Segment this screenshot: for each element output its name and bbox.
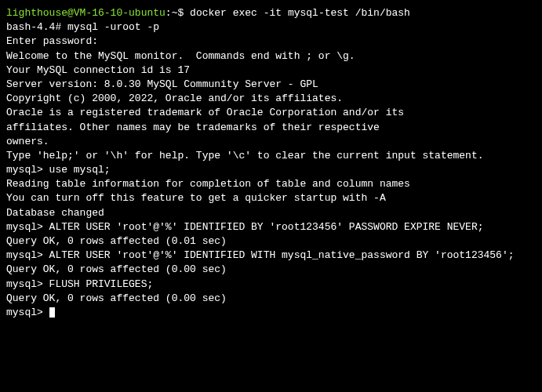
mysql-command: mysql> FLUSH PRIVILEGES; bbox=[6, 278, 536, 292]
terminal-line: You can turn off this feature to get a q… bbox=[6, 191, 536, 205]
terminal-line: Oracle is a registered trademark of Orac… bbox=[6, 106, 536, 120]
terminal-output[interactable]: lighthouse@VM-16-10-ubuntu:~$ docker exe… bbox=[6, 6, 536, 320]
query-result: Query OK, 0 rows affected (0.01 sec) bbox=[6, 234, 536, 249]
cursor-icon bbox=[49, 307, 55, 318]
mysql-prompt-active[interactable]: mysql> bbox=[6, 306, 536, 320]
terminal-line: Welcome to the MySQL monitor. Commands e… bbox=[6, 49, 536, 64]
query-result: Query OK, 0 rows affected (0.00 sec) bbox=[6, 292, 536, 306]
terminal-line: affiliates. Other names may be trademark… bbox=[6, 121, 536, 135]
terminal-line: owners. bbox=[6, 135, 536, 149]
command-text: docker exec -it mysql-test /bin/bash bbox=[190, 7, 410, 19]
terminal-line: Database changed bbox=[6, 206, 536, 220]
terminal-line: Server version: 8.0.30 MySQL Community S… bbox=[6, 78, 536, 92]
terminal-line: Copyright (c) 2000, 2022, Oracle and/or … bbox=[6, 92, 536, 106]
terminal-line: Reading table information for completion… bbox=[6, 177, 536, 191]
mysql-command: mysql> ALTER USER 'root'@'%' IDENTIFIED … bbox=[6, 249, 536, 263]
terminal-line: bash-4.4# mysql -uroot -p bbox=[6, 20, 536, 34]
terminal-line: Your MySQL connection id is 17 bbox=[6, 64, 536, 78]
query-result: Query OK, 0 rows affected (0.00 sec) bbox=[6, 263, 536, 277]
user-host: lighthouse@VM-16-10-ubuntu bbox=[6, 7, 166, 19]
mysql-command: mysql> use mysql; bbox=[6, 163, 536, 177]
terminal-line: Enter password: bbox=[6, 34, 536, 49]
terminal-line: Type 'help;' or '\h' for help. Type '\c'… bbox=[6, 149, 536, 163]
prompt-sign: $ bbox=[177, 7, 190, 19]
shell-prompt-line: lighthouse@VM-16-10-ubuntu:~$ docker exe… bbox=[6, 6, 536, 20]
prompt-colon: : bbox=[166, 7, 172, 19]
mysql-command: mysql> ALTER USER 'root'@'%' IDENTIFIED … bbox=[6, 220, 536, 234]
mysql-prompt-text: mysql> bbox=[6, 307, 49, 318]
